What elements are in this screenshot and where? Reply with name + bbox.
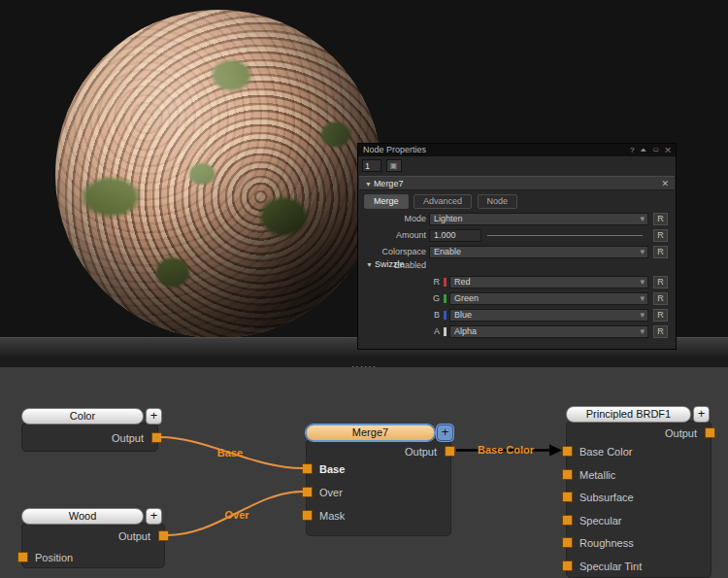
swizzle-section-label: Swizzle [375, 259, 405, 269]
swizzle-b-reset-button[interactable]: R [653, 309, 668, 322]
swizzle-r-dropdown[interactable]: Red [449, 276, 648, 289]
amount-reset-button[interactable]: R [653, 229, 668, 242]
node-color[interactable]: Color + Output [21, 408, 163, 453]
amount-slider[interactable] [487, 235, 643, 236]
wood-output-label: Output [22, 529, 164, 543]
brdf-output-connector[interactable] [705, 427, 715, 438]
pane-splitter[interactable] [0, 357, 728, 367]
node-color-header[interactable]: Color [21, 408, 144, 425]
close-icon[interactable]: ✕ [665, 146, 673, 154]
swizzle-row-a: A Alpha R [358, 324, 676, 339]
mode-dropdown[interactable]: Lighten [429, 213, 648, 225]
swizzle-r-label: R [358, 275, 440, 289]
amount-field[interactable]: 1.000 [429, 229, 481, 242]
merge7-base-connector[interactable] [302, 463, 313, 474]
brdf-subsurface-connector[interactable] [562, 492, 573, 502]
color-output-label: Output [22, 431, 157, 445]
swizzle-g-label: G [358, 291, 440, 305]
node-wood-header[interactable]: Wood [21, 508, 144, 525]
merge7-output-connector[interactable] [445, 446, 455, 457]
swizzle-b-label: B [358, 308, 440, 322]
brdf-subsurface-label: Subsurface [567, 491, 711, 504]
node-wood[interactable]: Wood + Output Position [21, 508, 170, 568]
brdf-metallic-label: Metallic [567, 468, 711, 482]
pin-icon[interactable]: ⏶ [641, 146, 648, 154]
node-merge7-add-button[interactable]: + [437, 425, 453, 441]
merge7-section-header[interactable]: Merge7 ✕ [359, 176, 675, 190]
node-merge7-body[interactable]: Output Base Over Mask [306, 439, 451, 536]
brdf-specular-label: Specular [567, 514, 711, 527]
swizzle-r-color-tick [444, 278, 447, 287]
brdf-specular-connector[interactable] [562, 515, 573, 526]
merge7-over-connector[interactable] [302, 487, 313, 497]
brdf-roughness-connector[interactable] [562, 537, 573, 548]
section-close-icon[interactable]: ✕ [661, 177, 669, 190]
param-row-mode: Mode Lighten R [358, 212, 676, 226]
brdf-basecolor-label: Base Color [567, 445, 711, 459]
brdf-output-label: Output [567, 426, 711, 440]
node-picker-button[interactable]: ▣ [386, 159, 402, 172]
swizzle-a-color-tick [444, 327, 447, 336]
swizzle-g-dropdown[interactable]: Green [449, 292, 648, 305]
swizzle-g-reset-button[interactable]: R [653, 292, 668, 305]
node-wood-add-button[interactable]: + [146, 508, 162, 525]
merge7-over-label: Over [307, 486, 450, 499]
color-output-connector[interactable] [151, 432, 162, 443]
node-merge7[interactable]: Merge7 + Output Base Over Mask [306, 425, 456, 539]
swizzle-row-r: R Red R [358, 275, 676, 289]
mode-label: Mode [358, 212, 426, 225]
swizzle-row-b: B Blue R [358, 308, 676, 323]
swizzle-b-color-tick [444, 311, 447, 320]
wood-position-label: Position [22, 551, 164, 564]
brdf-roughness-label: Roughness [567, 536, 711, 550]
merge7-section-label: Merge7 [374, 179, 404, 188]
float-window-icon[interactable]: ▭ [652, 146, 660, 154]
tab-merge[interactable]: Merge [364, 194, 409, 209]
brdf-speculartint-label: Specular Tint [567, 560, 711, 573]
merge7-mask-connector[interactable] [302, 510, 313, 521]
swizzle-a-dropdown[interactable]: Alpha [449, 325, 648, 338]
node-brdf-header[interactable]: Principled BRDF1 [566, 406, 691, 423]
brdf-basecolor-connector[interactable] [562, 446, 573, 457]
swizzle-a-label: A [358, 324, 440, 338]
preview-sphere [55, 10, 381, 337]
mode-reset-button[interactable]: R [653, 213, 668, 225]
collapse-arrow-icon [365, 179, 374, 188]
collapse-arrow-icon [366, 259, 375, 269]
colorspace-reset-button[interactable]: R [653, 246, 668, 258]
swizzle-a-reset-button[interactable]: R [653, 325, 668, 338]
panel-titlebar-icons: ? ⏶ ▭ ✕ [630, 144, 673, 156]
param-row-colorspace: Colorspace Enabled Enable R [358, 245, 676, 259]
brdf-metallic-connector[interactable] [562, 469, 573, 480]
node-brdf-add-button[interactable]: + [693, 406, 710, 423]
swizzle-section-header[interactable]: Swizzle [366, 259, 404, 269]
merge7-base-label: Base [307, 462, 450, 476]
panel-title: Node Properties [358, 144, 676, 156]
swizzle-g-color-tick [444, 294, 447, 303]
panel-toolbar: ▣ [362, 159, 402, 172]
merge7-output-label: Output [307, 445, 450, 459]
param-tabs: Merge Advanced Node [364, 194, 520, 209]
node-brdf-body[interactable]: Output Base Color Metallic Subsurface Sp… [566, 421, 711, 578]
node-merge7-header[interactable]: Merge7 [306, 425, 435, 441]
node-principled-brdf1[interactable]: Principled BRDF1 + Output Base Color Met… [566, 406, 716, 578]
wood-position-connector[interactable] [17, 552, 28, 562]
wood-output-connector[interactable] [158, 530, 169, 541]
tab-node[interactable]: Node [478, 194, 518, 209]
swizzle-b-dropdown[interactable]: Blue [449, 309, 648, 322]
merge7-mask-label: Mask [307, 509, 450, 523]
node-color-add-button[interactable]: + [146, 408, 162, 425]
amount-label: Amount [358, 228, 426, 242]
help-icon[interactable]: ? [630, 146, 636, 154]
node-index-input[interactable] [362, 159, 381, 172]
node-wood-body[interactable]: Output Position [21, 523, 165, 568]
swizzle-r-reset-button[interactable]: R [653, 276, 668, 289]
app-window: Color + Output Wood + Output Position Me… [0, 0, 728, 578]
brdf-speculartint-connector[interactable] [562, 561, 573, 571]
tab-advanced[interactable]: Advanced [414, 194, 472, 209]
param-row-amount: Amount 1.000 R [358, 228, 676, 243]
colorspace-dropdown[interactable]: Enable [429, 246, 648, 258]
swizzle-row-g: G Green R [358, 291, 676, 306]
node-color-body[interactable]: Output [21, 423, 158, 452]
node-properties-panel: Node Properties ? ⏶ ▭ ✕ ▣ Merge7 ✕ Merge… [357, 143, 677, 350]
